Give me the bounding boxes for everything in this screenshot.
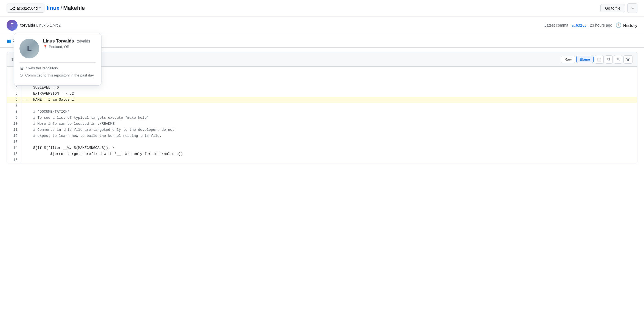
popup-location: 📍 Portland, OR xyxy=(43,45,90,49)
code-line-13: 13 xyxy=(7,139,637,145)
line-code-5: EXTRAVERSION = -rc2 xyxy=(29,91,637,97)
repo-icon: 🖥 xyxy=(19,66,24,70)
user-popup: L Linus Torvalds torvalds 📍 Portland, OR… xyxy=(14,33,101,86)
repo-link[interactable]: linux xyxy=(47,5,60,11)
line-expand-10 xyxy=(21,121,29,127)
code-line-6: 6 ··· NAME = I am Satoshi xyxy=(7,97,637,103)
author-avatar[interactable]: T xyxy=(7,20,18,31)
line-expand-9 xyxy=(21,115,29,121)
popup-username[interactable]: torvalds xyxy=(77,39,90,43)
top-bar-right: Go to file ··· xyxy=(600,3,637,13)
owns-repo-label: Owns this repository xyxy=(26,66,58,70)
file-actions: Raw Blame ⬚ ⧉ ✎ 🗑 xyxy=(561,55,633,64)
edit-button[interactable]: ✎ xyxy=(614,55,622,64)
commit-hash[interactable]: ac632c5 xyxy=(572,23,587,27)
line-expand-5 xyxy=(21,91,29,97)
commit-author[interactable]: torvalds xyxy=(20,23,35,27)
display-toggle-button[interactable]: ⬚ xyxy=(595,55,604,64)
line-code-2 xyxy=(29,73,637,79)
line-number-5[interactable]: 5 xyxy=(7,91,21,97)
line-number-10[interactable]: 10 xyxy=(7,121,21,127)
line-code-15: $(error targets prefixed with '__' are o… xyxy=(29,151,637,157)
go-to-file-label: Go to file xyxy=(605,6,620,10)
branch-name: ac632c504d xyxy=(17,6,38,10)
line-expand-11 xyxy=(21,127,29,133)
commit-right: Latest commit ac632c5 23 hours ago 🕐 His… xyxy=(544,22,637,28)
popup-name-row: Linus Torvalds torvalds xyxy=(43,39,90,44)
code-line-10: 10 # More info can be located in ./READM… xyxy=(7,121,637,127)
line-code-1 xyxy=(29,67,637,73)
line-expand-12 xyxy=(21,133,29,139)
line-expand-13 xyxy=(21,139,29,145)
popup-location-text: Portland, OR xyxy=(49,45,69,49)
code-line-5: 5 EXTRAVERSION = -rc2 xyxy=(7,91,637,97)
line-number-8[interactable]: 8 xyxy=(7,109,21,115)
popup-owns-repo: 🖥 Owns this repository xyxy=(19,66,96,70)
blame-button[interactable]: Blame xyxy=(576,56,594,63)
popup-divider xyxy=(19,62,96,63)
line-expand-16 xyxy=(21,157,29,163)
line-code-12: # expect to learn how to build the kerne… xyxy=(29,133,637,139)
popup-info: Linus Torvalds torvalds 📍 Portland, OR xyxy=(43,39,90,49)
line-expand-6: ··· xyxy=(21,97,29,103)
line-number-13[interactable]: 13 xyxy=(7,139,21,145)
line-number-12[interactable]: 12 xyxy=(7,133,21,139)
line-code-6: NAME = I am Satoshi xyxy=(29,97,637,103)
commit-row: T torvalds Linux 5.17-rc2 Latest commit … xyxy=(0,16,644,34)
line-code-14: $(if $(filter __%, $(MAKECMDGOALS)), \ xyxy=(29,145,637,151)
code-line-16: 16 xyxy=(7,157,637,163)
commit-history-icon: ⊙ xyxy=(19,73,23,78)
line-code-4: SUBLEVEL = 0 xyxy=(29,85,637,91)
code-line-9: 9 # To see a list of typical targets exe… xyxy=(7,115,637,121)
line-number-4[interactable]: 4 xyxy=(7,85,21,91)
line-number-9[interactable]: 9 xyxy=(7,115,21,121)
go-to-file-button[interactable]: Go to file xyxy=(600,4,625,12)
top-bar-left: ⎇ ac632c504d ▾ linux / Makefile xyxy=(7,4,85,13)
line-code-16 xyxy=(29,157,637,163)
line-code-10: # More info can be located in ./README xyxy=(29,121,637,127)
line-number-16[interactable]: 16 xyxy=(7,157,21,163)
line-number-11[interactable]: 11 xyxy=(7,127,21,133)
line-number-15[interactable]: 15 xyxy=(7,151,21,157)
line-number-14[interactable]: 14 xyxy=(7,145,21,151)
code-line-4: 4 SUBLEVEL = 0 xyxy=(7,85,637,91)
line-expand-15 xyxy=(21,151,29,157)
popup-fullname[interactable]: Linus Torvalds xyxy=(43,39,74,43)
line-expand-4 xyxy=(21,85,29,91)
code-line-11: 11 # Comments in this file are targeted … xyxy=(7,127,637,133)
line-number-6[interactable]: 6 xyxy=(7,97,21,103)
breadcrumb-separator: / xyxy=(61,5,62,11)
delete-button[interactable]: 🗑 xyxy=(623,55,633,64)
line-number-7[interactable]: 7 xyxy=(7,103,21,109)
line-expand-8 xyxy=(21,109,29,115)
history-clock-icon: 🕐 xyxy=(615,22,622,28)
commit-left: T torvalds Linux 5.17-rc2 xyxy=(7,20,61,31)
latest-commit-label: Latest commit xyxy=(544,23,568,27)
copy-button[interactable]: ⧉ xyxy=(605,55,613,64)
location-icon: 📍 xyxy=(43,45,47,49)
branch-selector[interactable]: ⎇ ac632c504d ▾ xyxy=(7,4,44,13)
line-code-13 xyxy=(29,139,637,145)
code-line-14: 14 $(if $(filter __%, $(MAKECMDGOALS)), … xyxy=(7,145,637,151)
breadcrumb: linux / Makefile xyxy=(47,5,85,11)
popup-avatar: L xyxy=(19,39,39,58)
raw-button[interactable]: Raw xyxy=(561,56,575,63)
popup-avatar-inner: L xyxy=(19,39,39,58)
commit-message: Linux 5.17-rc2 xyxy=(36,23,61,27)
line-code-3: PATCHLEVEL = 17 xyxy=(29,79,637,85)
code-line-8: 8 # *DOCUMENTATION* xyxy=(7,109,637,115)
commit-info: torvalds Linux 5.17-rc2 xyxy=(20,23,61,27)
line-code-8: # *DOCUMENTATION* xyxy=(29,109,637,115)
code-line-15: 15 $(error targets prefixed with '__' ar… xyxy=(7,151,637,157)
line-code-7 xyxy=(29,103,637,109)
more-options-button[interactable]: ··· xyxy=(627,3,637,13)
popup-committed: ⊙ Committed to this repository in the pa… xyxy=(19,73,96,78)
code-line-12: 12 # expect to learn how to build the ke… xyxy=(7,133,637,139)
line-code-9: # To see a list of typical targets execu… xyxy=(29,115,637,121)
history-label: History xyxy=(623,23,637,28)
history-link[interactable]: 🕐 History xyxy=(615,22,637,28)
code-line-7: 7 xyxy=(7,103,637,109)
line-expand-7 xyxy=(21,103,29,109)
popup-top: L Linus Torvalds torvalds 📍 Portland, OR xyxy=(19,39,96,58)
committed-label: Committed to this repository in the past… xyxy=(25,73,94,77)
